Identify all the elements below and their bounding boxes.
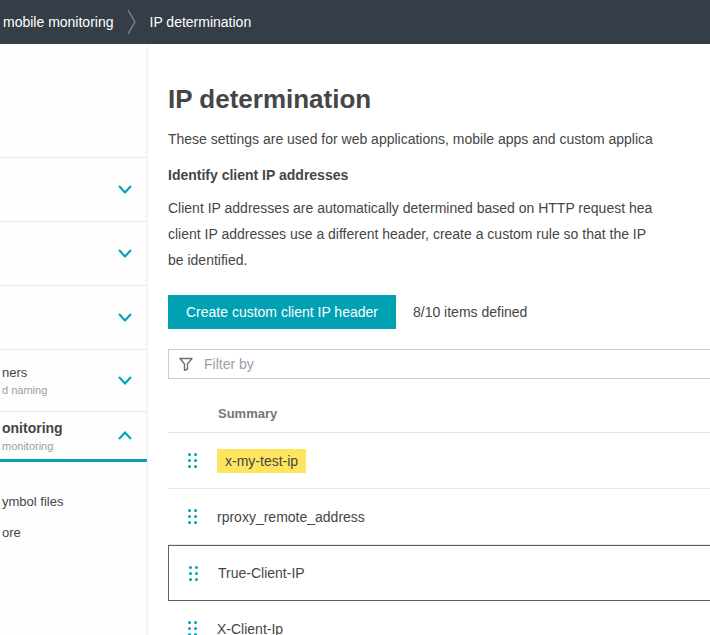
- identify-client-ip-heading: Identify client IP addresses: [168, 167, 710, 183]
- sidebar-item-monitoring-active[interactable]: onitoring monitoring: [0, 412, 147, 462]
- description-line: client IP addresses use a different head…: [168, 221, 710, 247]
- drag-handle-icon[interactable]: [188, 509, 197, 524]
- sidebar-item-1[interactable]: [0, 158, 147, 222]
- chevron-up-icon: [118, 431, 132, 440]
- breadcrumb-item-ip-determination[interactable]: IP determination: [150, 14, 252, 30]
- table-header-summary: Summary: [168, 395, 710, 433]
- filter-input[interactable]: [202, 355, 710, 373]
- table-row[interactable]: X-Client-Ip: [168, 601, 710, 635]
- drag-handle-icon[interactable]: [189, 566, 198, 581]
- intro-text: These settings are used for web applicat…: [168, 131, 710, 147]
- breadcrumb-separator-icon: [127, 9, 137, 35]
- sidebar-item-sublabel: d naming: [2, 384, 47, 396]
- sidebar-spacer: [0, 44, 147, 158]
- row-summary: rproxy_remote_address: [217, 509, 365, 525]
- settings-sidebar: ners d naming onitoring monitoring ymbol…: [0, 44, 148, 635]
- sidebar-item-label: onitoring: [2, 420, 63, 436]
- ip-header-table: Summary x-my-test-ip rproxy_remote_addre…: [168, 395, 710, 635]
- chevron-down-icon: [118, 249, 132, 258]
- create-custom-client-ip-header-button[interactable]: Create custom client IP header: [168, 295, 396, 329]
- identify-description: Client IP addresses are automatically de…: [168, 195, 710, 273]
- chevron-down-icon: [118, 185, 132, 194]
- filter-funnel-icon: [179, 357, 193, 371]
- row-summary-highlighted: x-my-test-ip: [217, 449, 306, 473]
- description-line: be identified.: [168, 247, 710, 273]
- sidebar-item-3[interactable]: [0, 286, 147, 350]
- actions-row: Create custom client IP header 8/10 item…: [168, 295, 710, 329]
- drag-handle-icon[interactable]: [188, 621, 197, 635]
- breadcrumb-item-mobile-monitoring[interactable]: mobile monitoring: [3, 14, 114, 30]
- sidebar-subitem-symbol-files[interactable]: ymbol files: [2, 494, 147, 509]
- chevron-down-icon: [118, 313, 132, 322]
- row-summary: True-Client-IP: [218, 565, 305, 581]
- sidebar-item-2[interactable]: [0, 222, 147, 286]
- chevron-down-icon: [118, 376, 132, 385]
- sidebar-subitem-more[interactable]: ore: [2, 525, 147, 540]
- sidebar-item-label: ners: [2, 365, 47, 380]
- main-content: IP determination These settings are used…: [148, 44, 710, 635]
- items-defined-count: 8/10 items defined: [413, 304, 527, 320]
- drag-handle-icon[interactable]: [188, 453, 197, 468]
- sidebar-subitems: ymbol files ore: [0, 462, 147, 540]
- sidebar-item-naming[interactable]: ners d naming: [0, 350, 147, 412]
- table-row[interactable]: rproxy_remote_address: [168, 489, 710, 545]
- table-row[interactable]: x-my-test-ip: [168, 433, 710, 489]
- table-row-selected[interactable]: True-Client-IP: [168, 545, 710, 601]
- filter-box[interactable]: [168, 349, 710, 379]
- row-summary: X-Client-Ip: [217, 621, 283, 635]
- page-title: IP determination: [168, 84, 710, 115]
- breadcrumb: mobile monitoring IP determination: [0, 0, 710, 44]
- sidebar-item-sublabel: monitoring: [2, 440, 63, 452]
- description-line: Client IP addresses are automatically de…: [168, 195, 710, 221]
